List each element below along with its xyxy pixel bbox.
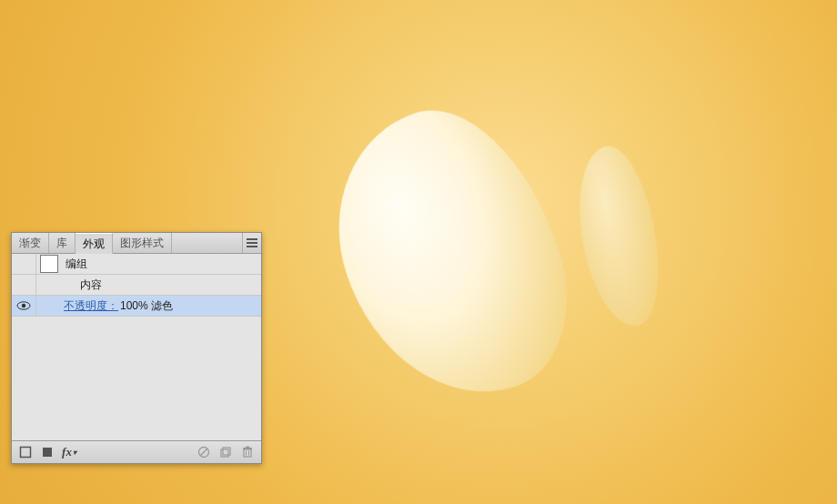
svg-rect-1 <box>247 242 257 244</box>
panel-tab-bar: 渐变 库 外观 图形样式 <box>12 233 261 254</box>
highlight-blob-large <box>306 84 595 425</box>
trash-icon <box>242 446 253 459</box>
panel-footer: fx▾ <box>12 440 261 463</box>
opacity-link[interactable]: 不透明度： <box>64 298 118 314</box>
tab-library[interactable]: 库 <box>49 233 76 253</box>
panel-body: 编组 内容 不透明度： 100% 滤色 <box>12 254 261 440</box>
svg-rect-0 <box>247 238 257 240</box>
svg-rect-6 <box>43 448 52 457</box>
svg-rect-14 <box>243 448 252 449</box>
duplicate-item-button[interactable] <box>217 444 234 460</box>
svg-rect-11 <box>244 449 251 457</box>
add-fill-button[interactable] <box>39 444 55 460</box>
svg-rect-10 <box>223 448 230 455</box>
group-label: 编组 <box>66 257 256 272</box>
eye-icon <box>16 301 31 310</box>
svg-point-4 <box>22 304 25 307</box>
stroke-square-icon <box>19 446 32 459</box>
menu-icon <box>247 238 257 247</box>
visibility-cell[interactable] <box>12 254 36 274</box>
opacity-value: 100% 滤色 <box>120 298 173 314</box>
contents-label: 内容 <box>80 277 256 293</box>
row-opacity[interactable]: 不透明度： 100% 滤色 <box>12 296 261 317</box>
tab-appearance[interactable]: 外观 <box>76 233 113 254</box>
duplicate-icon <box>219 446 232 459</box>
fx-icon: fx <box>62 445 72 459</box>
tab-gradient[interactable]: 渐变 <box>12 233 49 253</box>
row-group[interactable]: 编组 <box>12 254 261 275</box>
tab-graphic-styles[interactable]: 图形样式 <box>113 233 172 253</box>
svg-line-8 <box>200 449 207 456</box>
clear-appearance-button[interactable] <box>196 444 212 460</box>
svg-rect-15 <box>246 447 249 449</box>
visibility-toggle[interactable] <box>12 296 36 316</box>
appearance-panel: 渐变 库 外观 图形样式 编组 内容 <box>11 232 262 464</box>
tab-filler <box>172 233 242 253</box>
delete-item-button[interactable] <box>239 444 256 460</box>
add-effect-button[interactable]: fx▾ <box>61 444 77 460</box>
visibility-cell[interactable] <box>12 275 36 295</box>
svg-rect-2 <box>247 246 257 247</box>
add-stroke-button[interactable] <box>17 444 34 460</box>
svg-rect-5 <box>21 448 31 458</box>
no-symbol-icon <box>197 446 210 459</box>
highlight-blob-small <box>567 141 671 333</box>
chevron-down-icon: ▾ <box>73 449 76 457</box>
row-contents[interactable]: 内容 <box>12 275 261 296</box>
fill-square-icon <box>41 446 54 459</box>
group-thumbnail <box>40 255 58 273</box>
svg-rect-9 <box>221 449 228 457</box>
panel-menu-button[interactable] <box>242 233 261 253</box>
